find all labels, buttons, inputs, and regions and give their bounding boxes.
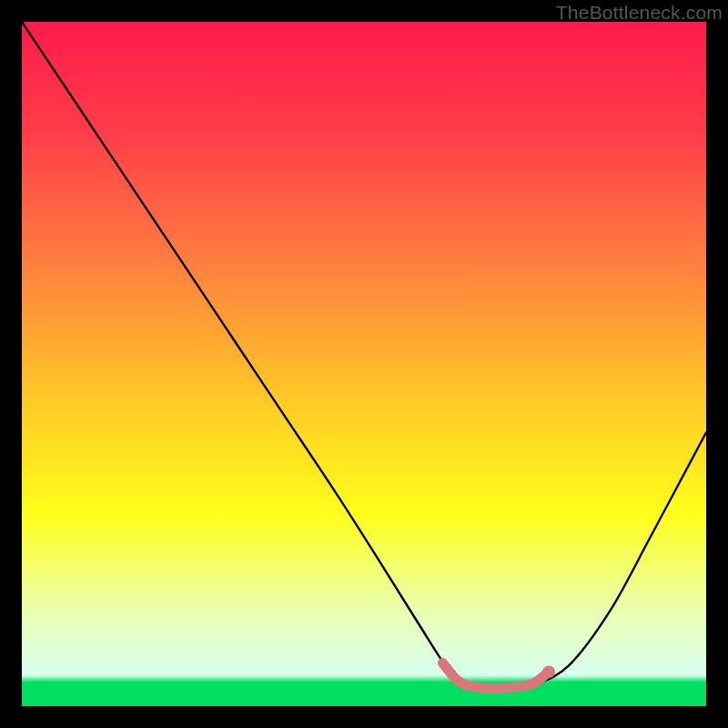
chart-container	[22, 22, 706, 706]
plot-background	[22, 22, 706, 706]
optimal-end-marker	[542, 665, 555, 678]
watermark: TheBottleneck.com	[556, 2, 723, 24]
optimal-start-marker	[438, 659, 447, 668]
bottleneck-chart	[22, 22, 706, 706]
